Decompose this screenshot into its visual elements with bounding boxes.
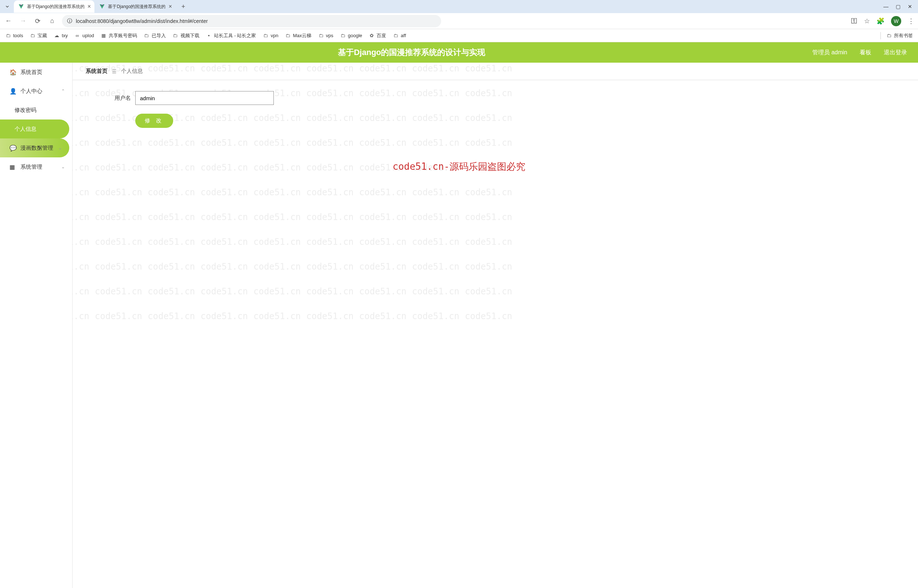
close-icon[interactable]: × <box>168 3 172 10</box>
chevron-down-icon: ⌄ <box>61 164 65 170</box>
baidu-icon: ✿ <box>369 33 374 39</box>
folder-icon: 🗀 <box>262 33 268 39</box>
bookmark-item[interactable]: 🗀宝藏 <box>29 32 47 39</box>
bookmark-item[interactable]: 🗀已导入 <box>144 32 166 39</box>
bookmark-item[interactable]: 🗀aff <box>393 33 406 39</box>
bookmark-label: uplod <box>83 33 94 38</box>
username-label: 用户名 <box>109 95 131 102</box>
bookmark-label: tools <box>13 33 23 38</box>
bookmark-item[interactable]: ✿百度 <box>369 32 386 39</box>
bookmark-item[interactable]: 🗀google <box>340 33 362 39</box>
site-info-icon[interactable]: ⓘ <box>67 18 72 24</box>
vue-icon <box>18 4 24 10</box>
divider <box>881 32 881 39</box>
back-button[interactable]: ← <box>4 16 13 26</box>
folder-icon: 🗀 <box>393 33 398 39</box>
extensions-icon[interactable]: 🧩 <box>876 17 884 25</box>
form-area: 用户名 修 改 <box>73 80 918 139</box>
tab-search-dropdown[interactable] <box>3 2 12 11</box>
uplod-icon: ∞ <box>74 33 80 39</box>
bookmark-item[interactable]: 🗀Max云梯 <box>285 32 311 39</box>
sidebar-label: 系统首页 <box>20 69 42 76</box>
tab-title: 基于Django的国漫推荐系统的 <box>27 4 84 10</box>
browser-tab-inactive[interactable]: 基于Django的国漫推荐系统的 × <box>95 0 175 13</box>
bookmarks-bar: 🗀tools🗀宝藏☁txy∞uplod▦共享账号密码🗀已导入🗀视频下载▪站长工具… <box>0 29 918 42</box>
bookmark-label: vpn <box>270 33 278 38</box>
address-bar[interactable]: ⓘ localhost:8080/django6wt8w/admin/dist/… <box>62 15 441 27</box>
menu-icon[interactable]: ⋮ <box>908 17 914 25</box>
bookmark-label: google <box>348 33 362 38</box>
folder-icon: 🗀 <box>318 33 324 39</box>
breadcrumb: 系统首页 ☰ 个人信息 <box>73 63 918 80</box>
tab-bar: 基于Django的国漫推荐系统的 × 基于Django的国漫推荐系统的 × + … <box>0 0 918 13</box>
bookmark-label: 宝藏 <box>37 32 47 39</box>
chat-icon: 💬 <box>10 145 16 152</box>
sidebar-item-change-password[interactable]: 修改密码 <box>0 100 72 120</box>
folder-icon: 🗀 <box>172 33 178 39</box>
admin-label[interactable]: 管理员 admin <box>812 49 847 57</box>
url-text: localhost:8080/django6wt8w/admin/dist/in… <box>76 18 208 24</box>
app-body: 🏠 系统首页 👤 个人中心 ⌃ 修改密码 个人信息 💬 漫画数据管理 ⌄ ↖ ▦… <box>0 63 918 588</box>
browser-chrome: 基于Django的国漫推荐系统的 × 基于Django的国漫推荐系统的 × + … <box>0 0 918 42</box>
browser-tab-active[interactable]: 基于Django的国漫推荐系统的 × <box>14 0 94 13</box>
bookmark-item[interactable]: ∞uplod <box>74 33 94 39</box>
profile-avatar[interactable]: W <box>891 16 901 26</box>
sidebar-item-system-mgmt[interactable]: ▦ 系统管理 ⌄ <box>0 157 72 176</box>
sidebar-label: 个人中心 <box>20 88 42 95</box>
bookmark-label: 视频下载 <box>180 32 199 39</box>
cloud-icon: ☁ <box>53 33 60 39</box>
close-window-button[interactable]: ✕ <box>908 4 912 10</box>
maximize-button[interactable]: ▢ <box>896 4 900 10</box>
minimize-button[interactable]: — <box>883 4 889 10</box>
sidebar-item-comic-data[interactable]: 💬 漫画数据管理 ⌄ ↖ <box>0 139 69 157</box>
folder-icon: 🗀 <box>29 33 36 39</box>
bookmark-label: 已导入 <box>152 32 166 39</box>
sidebar-label: 系统管理 <box>20 163 42 171</box>
home-button[interactable]: ⌂ <box>47 16 57 26</box>
breadcrumb-current: 个人信息 <box>121 68 143 75</box>
chevron-down-icon: ⌄ <box>58 145 62 150</box>
form-row-username: 用户名 <box>109 91 882 105</box>
main-content: 系统首页 ☰ 个人信息 用户名 修 改 <box>73 63 918 588</box>
forward-button[interactable]: → <box>18 16 28 26</box>
home-icon: 🏠 <box>10 69 16 76</box>
folder-icon: 🗀 <box>144 33 149 39</box>
site-icon: ▪ <box>206 33 212 39</box>
bookmark-item[interactable]: ▪站长工具 - 站长之家 <box>206 32 256 39</box>
sidebar-item-home[interactable]: 🏠 系统首页 <box>0 63 72 82</box>
bookmark-label: vps <box>326 33 333 38</box>
sheet-icon: ▦ <box>100 33 107 39</box>
all-bookmarks-button[interactable]: 🗀 所有书签 <box>886 32 913 39</box>
dashboard-link[interactable]: 看板 <box>860 49 871 57</box>
bookmark-item[interactable]: ▦共享账号密码 <box>100 32 137 39</box>
sidebar: 🏠 系统首页 👤 个人中心 ⌃ 修改密码 个人信息 💬 漫画数据管理 ⌄ ↖ ▦… <box>0 63 73 588</box>
bookmark-label: 百度 <box>377 32 386 39</box>
chevron-up-icon: ⌃ <box>61 89 65 94</box>
sidebar-item-personal-center[interactable]: 👤 个人中心 ⌃ <box>0 82 72 100</box>
bookmark-label: txy <box>62 33 68 38</box>
bookmark-label: aff <box>401 33 406 38</box>
breadcrumb-home[interactable]: 系统首页 <box>86 68 108 75</box>
logout-link[interactable]: 退出登录 <box>884 49 907 57</box>
app-title: 基于Django的国漫推荐系统的设计与实现 <box>11 47 812 58</box>
bookmark-item[interactable]: 🗀vpn <box>262 33 278 39</box>
bookmark-item[interactable]: 🗀vps <box>318 33 333 39</box>
folder-icon: 🗀 <box>5 33 11 39</box>
bookmark-star-icon[interactable]: ☆ <box>864 17 870 25</box>
folder-icon: 🗀 <box>285 33 291 39</box>
reload-button[interactable]: ⟳ <box>33 16 42 26</box>
grid-icon: ▦ <box>10 163 16 171</box>
sidebar-item-personal-info[interactable]: 个人信息 <box>0 120 69 139</box>
window-controls: — ▢ ✕ <box>883 4 918 10</box>
nav-bar: ← → ⟳ ⌂ ⓘ localhost:8080/django6wt8w/adm… <box>0 13 918 29</box>
password-icon[interactable]: ⚿ <box>851 17 858 25</box>
bookmark-item[interactable]: 🗀视频下载 <box>172 32 199 39</box>
close-icon[interactable]: × <box>87 3 91 10</box>
bookmark-item[interactable]: ☁txy <box>53 33 68 39</box>
username-input[interactable] <box>135 91 274 105</box>
list-icon: ☰ <box>112 68 117 74</box>
submit-button[interactable]: 修 改 <box>135 114 173 128</box>
bookmark-item[interactable]: 🗀tools <box>5 33 23 39</box>
new-tab-button[interactable]: + <box>178 2 188 12</box>
bookmark-label: Max云梯 <box>293 32 311 39</box>
